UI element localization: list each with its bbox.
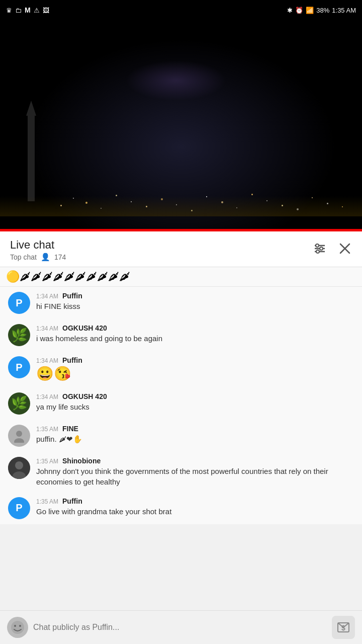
viewer-count: 174 — [54, 253, 66, 261]
message-body: 1:34 AM Puffin 😀😘 — [36, 356, 354, 382]
svg-point-5 — [316, 250, 319, 253]
message-text: hi FINE kisss — [36, 301, 354, 311]
message-time: 1:34 AM — [36, 325, 58, 332]
message-text: puffin. 🌶❤✋ — [36, 434, 354, 444]
svg-point-3 — [316, 244, 319, 247]
message-author: Puffin — [62, 292, 82, 300]
avatar — [8, 425, 30, 447]
message-body: 1:34 AM OGKUSH 420 ya my life sucks — [36, 392, 354, 412]
message-text: ya my life sucks — [36, 401, 354, 412]
message-body: 1:34 AM OGKUSH 420 i was homeless and go… — [36, 324, 354, 344]
message-author: Shinobione — [62, 457, 101, 465]
message-text: Johnny don't you think the governments o… — [36, 466, 354, 487]
chat-message: 1:35 AM Shinobione Johnny don't you thin… — [0, 452, 362, 492]
avatar: P — [8, 356, 30, 378]
message-meta: 1:34 AM OGKUSH 420 — [36, 324, 354, 332]
message-meta: 1:35 AM FINE — [36, 425, 354, 433]
avatar: P — [8, 292, 30, 314]
message-body: 1:35 AM FINE puffin. 🌶❤✋ — [36, 425, 354, 444]
send-button[interactable]: $ — [332, 616, 355, 639]
svg-point-15 — [19, 625, 21, 627]
filter-button[interactable] — [313, 242, 327, 259]
message-meta: 1:34 AM OGKUSH 420 — [36, 392, 354, 400]
image-icon: 🖼 — [43, 7, 49, 14]
message-meta: 1:35 AM Shinobione — [36, 457, 354, 465]
battery-level: 38% — [316, 7, 329, 14]
message-body: 1:35 AM Puffin Go live with grandma take… — [36, 497, 354, 517]
crown-icon: ♛ — [6, 7, 12, 14]
warning-icon: ⚠ — [34, 7, 40, 14]
chat-subtitle: Top chat 👤 174 — [10, 253, 66, 262]
chat-header: Live chat Top chat 👤 174 — [0, 231, 362, 267]
chat-messages-container: P 1:34 AM Puffin hi FINE kisss 🌿 1:34 AM… — [0, 287, 362, 559]
bluetooth-icon: ✱ — [287, 7, 293, 14]
chat-message: P 1:34 AM Puffin 😀😘 — [0, 351, 362, 387]
close-button[interactable] — [338, 242, 352, 259]
chat-message: 1:35 AM FINE puffin. 🌶❤✋ — [0, 420, 362, 452]
svg-point-9 — [14, 438, 24, 443]
svg-point-11 — [15, 461, 23, 469]
status-icons-right: ✱ ⏰ 📶 38% 1:35 AM — [287, 7, 356, 14]
m-logo-icon: M — [25, 6, 31, 14]
message-text: 😀😘 — [36, 365, 354, 382]
message-author: FINE — [62, 425, 78, 433]
status-icons-left: ♛ 🗀 M ⚠ 🖼 — [6, 6, 49, 14]
svg-text:$: $ — [341, 624, 345, 632]
folder-icon: 🗀 — [15, 7, 22, 14]
video-progress-bar[interactable] — [0, 229, 362, 231]
status-bar: ♛ 🗀 M ⚠ 🖼 ✱ ⏰ 📶 38% 1:35 AM — [0, 0, 362, 20]
wifi-icon: 📶 — [306, 7, 314, 14]
chat-message: 🌿 1:34 AM OGKUSH 420 i was homeless and … — [0, 319, 362, 351]
chat-header-actions — [313, 242, 352, 259]
message-body: 1:34 AM Puffin hi FINE kisss — [36, 292, 354, 311]
emoji-strip: 🟡🌶🌶🌶🌶🌶🌶🌶🌶🌶🌶 — [0, 267, 362, 287]
svg-point-14 — [14, 625, 16, 627]
avatar: 🌿 — [8, 392, 30, 415]
message-text: Go live with grandma take your shot brat — [36, 506, 354, 517]
chat-message: P 1:35 AM Puffin Go live with grandma ta… — [0, 492, 362, 524]
svg-point-8 — [16, 431, 22, 437]
message-time: 1:34 AM — [36, 357, 58, 364]
message-meta: 1:34 AM Puffin — [36, 356, 354, 364]
chat-input-field[interactable] — [33, 623, 327, 632]
message-text: i was homeless and going to be again — [36, 333, 354, 344]
chat-title: Live chat — [10, 238, 66, 252]
viewer-icon: 👤 — [41, 253, 50, 262]
message-meta: 1:35 AM Puffin — [36, 497, 354, 505]
message-time: 1:35 AM — [36, 458, 58, 465]
emoji-button[interactable] — [7, 617, 28, 638]
message-time: 1:35 AM — [36, 498, 58, 505]
message-author: OGKUSH 420 — [62, 324, 107, 332]
time-display: 1:35 AM — [332, 7, 356, 14]
message-time: 1:35 AM — [36, 426, 58, 433]
svg-point-4 — [320, 247, 323, 250]
message-time: 1:34 AM — [36, 293, 58, 300]
video-player[interactable] — [0, 20, 362, 231]
chat-message: 🌿 1:34 AM OGKUSH 420 ya my life sucks — [0, 387, 362, 420]
message-author: OGKUSH 420 — [62, 392, 107, 400]
message-author: Puffin — [62, 497, 82, 505]
city-lights — [0, 156, 362, 216]
message-meta: 1:34 AM Puffin — [36, 292, 354, 300]
alarm-icon: ⏰ — [295, 7, 303, 14]
avatar — [8, 457, 30, 479]
svg-point-13 — [11, 621, 24, 634]
message-author: Puffin — [62, 356, 82, 364]
message-body: 1:35 AM Shinobione Johnny don't you thin… — [36, 457, 354, 487]
chat-header-info: Live chat Top chat 👤 174 — [10, 238, 66, 262]
avatar: P — [8, 497, 30, 519]
avatar: 🌿 — [8, 324, 30, 346]
chat-message: P 1:34 AM Puffin hi FINE kisss — [0, 287, 362, 319]
top-chat-label: Top chat — [10, 253, 37, 261]
chat-input-bar: $ — [0, 610, 362, 644]
message-time: 1:34 AM — [36, 393, 58, 400]
